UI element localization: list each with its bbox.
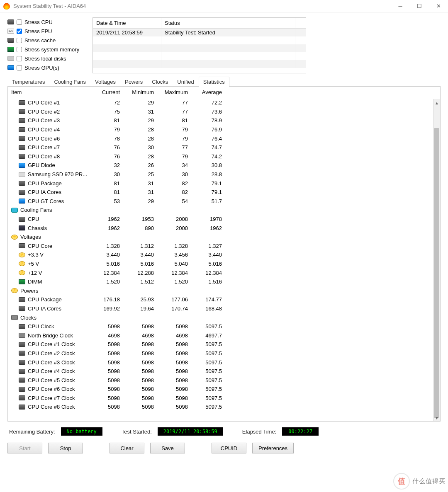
- table-row[interactable]: CPU 1962 1953 2008 1978: [8, 215, 440, 224]
- table-row[interactable]: CPU Core #3 81 29 81 78.9: [8, 116, 440, 125]
- stress-checkbox-2[interactable]: [17, 38, 22, 43]
- row-item: CPU Clock: [8, 323, 89, 330]
- scrollbar-thumb[interactable]: [434, 128, 439, 418]
- table-row[interactable]: CPU Package 176.18 25.93 177.06 174.77: [8, 295, 440, 304]
- row-min: 25: [123, 171, 157, 177]
- tab-cooling-fans[interactable]: Cooling Fans: [49, 77, 90, 87]
- col-min[interactable]: Minimum: [123, 87, 157, 98]
- log-row[interactable]: 2019/2/11 20:58:59 Stability Test: Start…: [93, 29, 306, 36]
- tab-powers[interactable]: Powers: [120, 77, 147, 87]
- row-max: 5098: [157, 350, 191, 356]
- stress-option-4[interactable]: Stress local disks: [7, 54, 88, 63]
- started-value: 2019/2/11 20:58:59: [158, 427, 223, 436]
- stress-checkbox-4[interactable]: [17, 56, 22, 61]
- start-button[interactable]: Start: [7, 443, 42, 453]
- table-row[interactable]: CPU Core #2 Clock 5098 5098 5098 5097.5: [8, 349, 440, 358]
- table-row[interactable]: +12 V 12.384 12.288 12.384 12.384: [8, 268, 440, 277]
- maximize-button[interactable]: ☐: [410, 0, 429, 12]
- row-item-label: CPU Core #1: [28, 99, 60, 106]
- stress-option-2[interactable]: Stress cache: [7, 36, 88, 45]
- stress-checkbox-0[interactable]: [17, 19, 22, 25]
- row-item: CPU Core #6 Clock: [8, 386, 89, 392]
- log-header-status[interactable]: Status: [161, 18, 295, 28]
- tab-voltages[interactable]: Voltages: [90, 77, 120, 87]
- stress-option-1[interactable]: 123 Stress FPU: [7, 27, 88, 36]
- stress-option-3[interactable]: Stress system memory: [7, 45, 88, 54]
- table-row[interactable]: CPU Core #4 79 28 79 76.9: [8, 125, 440, 134]
- table-row[interactable]: +3.3 V 3.440 3.440 3.456 3.440: [8, 250, 440, 259]
- table-row[interactable]: CPU Core #5 Clock 5098 5098 5098 5097.5: [8, 376, 440, 385]
- table-row[interactable]: CPU Core #8 76 28 79 74.2: [8, 152, 440, 161]
- bolt-icon: [19, 270, 25, 275]
- log-header-date[interactable]: Date & Time: [93, 18, 161, 28]
- table-row[interactable]: CPU Core #7 76 30 77 74.7: [8, 143, 440, 152]
- table-row[interactable]: CPU Core 1.328 1.312 1.328 1.327: [8, 242, 440, 251]
- save-button[interactable]: Save: [150, 443, 185, 453]
- row-item-label: CPU Core #3: [28, 117, 60, 124]
- row-current: 81: [89, 117, 123, 124]
- table-row[interactable]: North Bridge Clock 4698 4698 4698 4697.7: [8, 331, 440, 340]
- row-max: 5.040: [157, 261, 191, 267]
- stress-checkbox-1[interactable]: [17, 29, 22, 34]
- close-button[interactable]: ✕: [429, 0, 448, 12]
- row-item: GPU Diode: [8, 162, 89, 168]
- col-current[interactable]: Current: [89, 87, 123, 98]
- table-row[interactable]: CPU Clock 5098 5098 5098 5097.5: [8, 322, 440, 331]
- ram-icon: [7, 47, 14, 52]
- table-row[interactable]: DIMM 1.520 1.512 1.520 1.516: [8, 277, 440, 286]
- clear-button[interactable]: Clear: [110, 443, 144, 453]
- table-row[interactable]: CPU Core #4 Clock 5098 5098 5098 5097.5: [8, 367, 440, 376]
- stress-checkbox-3[interactable]: [17, 47, 22, 52]
- table-row[interactable]: CPU GT Cores 53 29 54 51.7: [8, 197, 440, 206]
- table-row[interactable]: CPU IA Cores 81 31 82 79.1: [8, 188, 440, 197]
- cpuid-button[interactable]: CPUID: [212, 443, 246, 453]
- minimize-button[interactable]: ─: [391, 0, 410, 12]
- table-row[interactable]: Chassis 1962 890 2000 1962: [8, 223, 440, 233]
- chip-icon: [19, 360, 25, 365]
- button-row: Start Stop Clear Save CPUID Preferences: [0, 440, 448, 455]
- row-avg: 76.9: [191, 126, 225, 133]
- table-row[interactable]: CPU IA Cores 169.92 19.64 170.74 168.48: [8, 304, 440, 313]
- tab-temperatures[interactable]: Temperatures: [7, 77, 49, 87]
- col-item[interactable]: Item: [8, 87, 89, 98]
- row-min: 3.440: [123, 252, 157, 258]
- stress-option-0[interactable]: Stress CPU: [7, 17, 88, 27]
- table-row[interactable]: Samsung SSD 970 PR... 30 25 30 28.8: [8, 170, 440, 179]
- row-current: 79: [89, 126, 123, 133]
- table-row[interactable]: Voltages: [8, 233, 440, 242]
- row-max: 2000: [157, 225, 191, 231]
- col-avg[interactable]: Average: [191, 87, 225, 98]
- col-max[interactable]: Maximum: [157, 87, 191, 98]
- table-row[interactable]: Clocks: [8, 313, 440, 322]
- chip-icon: [19, 395, 25, 400]
- chip-icon: [19, 109, 25, 114]
- row-item: CPU Core #2 Clock: [8, 350, 89, 356]
- row-avg: 5097.5: [191, 341, 225, 347]
- table-row[interactable]: Powers: [8, 286, 440, 295]
- row-item: CPU GT Cores: [8, 198, 89, 204]
- table-row[interactable]: CPU Core #1 72 29 77 72.2: [8, 98, 440, 107]
- preferences-button[interactable]: Preferences: [252, 443, 294, 453]
- table-row[interactable]: +5 V 5.016 5.016 5.040 5.016: [8, 259, 440, 269]
- table-row[interactable]: CPU Core #2 75 31 77 73.6: [8, 107, 440, 116]
- tab-unified[interactable]: Unified: [173, 77, 198, 87]
- tab-statistics[interactable]: Statistics: [199, 77, 229, 87]
- row-max: 4698: [157, 332, 191, 339]
- table-row[interactable]: CPU Core #8 Clock 5098 5098 5098 5097.5: [8, 402, 440, 412]
- row-current: 5098: [89, 377, 123, 383]
- table-row[interactable]: CPU Core #3 Clock 5098 5098 5098 5097.5: [8, 358, 440, 367]
- stop-button[interactable]: Stop: [48, 443, 83, 453]
- table-row[interactable]: GPU Diode 32 26 34 30.8: [8, 161, 440, 170]
- table-row[interactable]: CPU Core #6 78 28 79 76.4: [8, 134, 440, 143]
- row-avg: 12.384: [191, 270, 225, 276]
- stress-checkbox-5[interactable]: [17, 65, 22, 70]
- scrollbar[interactable]: ▲ ▼: [433, 99, 440, 421]
- stress-option-5[interactable]: Stress GPU(s): [7, 63, 88, 72]
- table-row[interactable]: Cooling Fans: [8, 206, 440, 215]
- table-row[interactable]: CPU Core #7 Clock 5098 5098 5098 5097.5: [8, 394, 440, 403]
- table-row[interactable]: CPU Core #1 Clock 5098 5098 5098 5097.5: [8, 340, 440, 349]
- table-row[interactable]: CPU Package 81 31 82 79.1: [8, 179, 440, 188]
- tab-clocks[interactable]: Clocks: [147, 77, 173, 87]
- row-avg: 5.016: [191, 261, 225, 267]
- table-row[interactable]: CPU Core #6 Clock 5098 5098 5098 5097.5: [8, 385, 440, 394]
